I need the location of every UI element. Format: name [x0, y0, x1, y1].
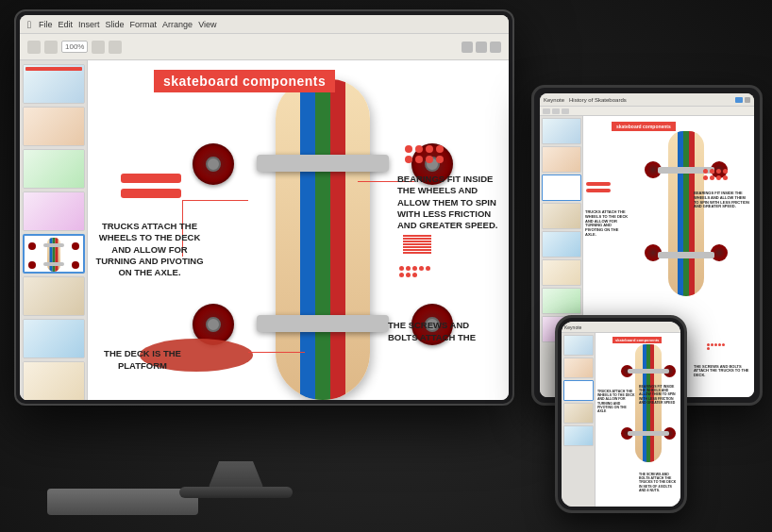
menu-slide[interactable]: Slide [106, 20, 125, 29]
slide-thumb-8[interactable] [23, 361, 85, 400]
ipad-slide-thumb-6[interactable] [542, 259, 581, 286]
ipad-truck-bottom [658, 252, 714, 258]
slide-thumb-6[interactable] [23, 276, 85, 316]
menu-view[interactable]: View [198, 20, 216, 29]
ipad-toolbar [540, 107, 754, 116]
ipad-slide-thumb-2[interactable] [542, 146, 581, 173]
menu-file[interactable]: File [39, 20, 53, 29]
ipad-deck [668, 131, 704, 296]
wheel-top-left [193, 143, 234, 185]
menubar-items: File Edit Insert Slide Format Arrange Vi… [39, 20, 216, 29]
trucks-annotation: TRUCKS ATTACH THE WHEELS TO THE DECK AND… [95, 221, 204, 279]
slide-thumb-5[interactable] [23, 234, 85, 274]
toolbar-right-icons [462, 42, 501, 53]
monitor-base [179, 487, 293, 498]
deck-annotation: THE DECK IS THE PLATFORM [95, 348, 190, 372]
iphone-trucks-annotation: TRUCKS ATTACH THE WHEELS TO THE DECK AND… [597, 390, 635, 413]
ipad-app-name: Keynote History of Skateboards [544, 97, 627, 103]
toolbar-btn-3[interactable] [92, 41, 105, 54]
iphone-status: Keynote [564, 324, 581, 330]
iphone-screen: Keynote skateboard components [562, 322, 680, 507]
ipad-screws-annotation: THE SCREWS AND BOLTS ATTACH THE TRUCKS T… [694, 365, 750, 378]
zoom-level[interactable]: 100% [61, 41, 88, 53]
ipad-truck-icon [586, 182, 611, 192]
main-slide-canvas: skateboard components [88, 60, 509, 400]
slide-panel [20, 60, 88, 400]
ipad-btn-1[interactable] [543, 108, 550, 114]
content-area: skateboard components [20, 60, 509, 400]
ipad-toolbar-icon1[interactable] [745, 97, 750, 103]
slide-thumb-3[interactable] [23, 149, 85, 189]
document-icon[interactable] [490, 42, 501, 53]
truck-bottom [257, 315, 389, 332]
ipad-menubar: Keynote History of Skateboards [540, 93, 754, 107]
menu-format[interactable]: Format [130, 20, 158, 29]
slide-thumb-1[interactable] [23, 64, 85, 104]
iphone-slide-thumb-4[interactable] [563, 403, 594, 424]
iphone-slide-thumb-3[interactable] [563, 380, 594, 401]
ipad-bearings-annotation: BEARINGS FIT INSIDE THE WHEELS AND ALLOW… [694, 191, 750, 209]
iphone-slide-thumb-2[interactable] [563, 357, 594, 378]
toolbar-btn-2[interactable] [44, 41, 58, 54]
toolbar-btn-1[interactable] [27, 41, 41, 54]
format-icon[interactable] [462, 42, 473, 53]
iphone-bearings-annotation: BEARINGS FIT INSIDE THE WHEELS AND ALLOW… [639, 385, 679, 405]
screws-icon [403, 235, 431, 254]
bearings-annotation: BEARINGS FIT INSIDE THE WHEELS AND ALLOW… [397, 174, 501, 232]
apple-menu[interactable]:  [27, 19, 31, 30]
ipad-slide-thumb-1[interactable] [542, 118, 581, 144]
iphone-truck-top [628, 369, 669, 374]
menubar:  File Edit Insert Slide Format Arrange … [20, 15, 509, 34]
ipad-skateboard [644, 131, 729, 320]
menu-insert[interactable]: Insert [78, 20, 100, 29]
ipad-screws-dots [707, 343, 726, 350]
monitor-screen:  File Edit Insert Slide Format Arrange … [20, 15, 509, 400]
iphone-slide-title: skateboard components [613, 337, 662, 343]
iphone-main-slide: skateboard components TRUCK [596, 333, 680, 507]
trucks-annotation-line [182, 200, 248, 201]
ipad-toolbar-play[interactable] [735, 97, 743, 103]
slide-thumb-7[interactable] [23, 319, 85, 358]
ipad-stripe-red [689, 131, 695, 296]
iphone-slide-thumb-5[interactable] [563, 425, 594, 446]
ipad-btn-3[interactable] [562, 108, 569, 114]
slide-thumb-4[interactable] [23, 191, 85, 231]
ipad-slide-thumb-7[interactable] [542, 288, 581, 314]
stripe-red [330, 79, 345, 400]
slide-title: skateboard components [154, 70, 335, 92]
ipad-trucks-annotation: TRUCKS ATTACH THE WHEELS TO THE DECK AND… [585, 210, 630, 238]
ipad-slide-title: skateboard components [612, 122, 676, 131]
iphone-screws-annotation: THE SCREWS AND BOLTS ATTACH THE TRUCKS T… [639, 473, 679, 492]
screws-dots [399, 266, 433, 277]
stripe-green [315, 79, 330, 400]
iphone-slide-panel [562, 333, 596, 507]
iphone: Keynote skateboard components [555, 315, 687, 513]
ipad-slide-thumb-4[interactable] [542, 203, 581, 229]
menu-arrange[interactable]: Arrange [162, 20, 193, 29]
ipad-bearings-dots [703, 169, 728, 180]
screws-annotation: THE SCREWS AND BOLTS ATTACH THE [388, 320, 501, 343]
ipad-btn-2[interactable] [552, 108, 560, 114]
truck-top [257, 155, 389, 172]
iphone-menubar: Keynote [562, 322, 680, 333]
deck-annotation-line [248, 352, 305, 353]
ipad-slide-thumb-3[interactable] [542, 175, 581, 201]
monitor:  File Edit Insert Slide Format Arrange … [14, 9, 514, 406]
iphone-truck-bottom [628, 431, 669, 436]
slide-thumb-2[interactable] [23, 107, 85, 146]
mac-mini [47, 489, 198, 515]
truck-icon-area [121, 174, 181, 198]
ipad-slide-thumb-5[interactable] [542, 231, 581, 258]
bearings-dots [405, 145, 452, 163]
toolbar-btn-4[interactable] [109, 41, 122, 54]
iphone-content: skateboard components TRUCK [562, 333, 680, 507]
menu-edit[interactable]: Edit [59, 20, 74, 29]
animate-icon[interactable] [476, 42, 487, 53]
iphone-slide-thumb-1[interactable] [563, 335, 594, 356]
toolbar: 100% [20, 34, 509, 60]
